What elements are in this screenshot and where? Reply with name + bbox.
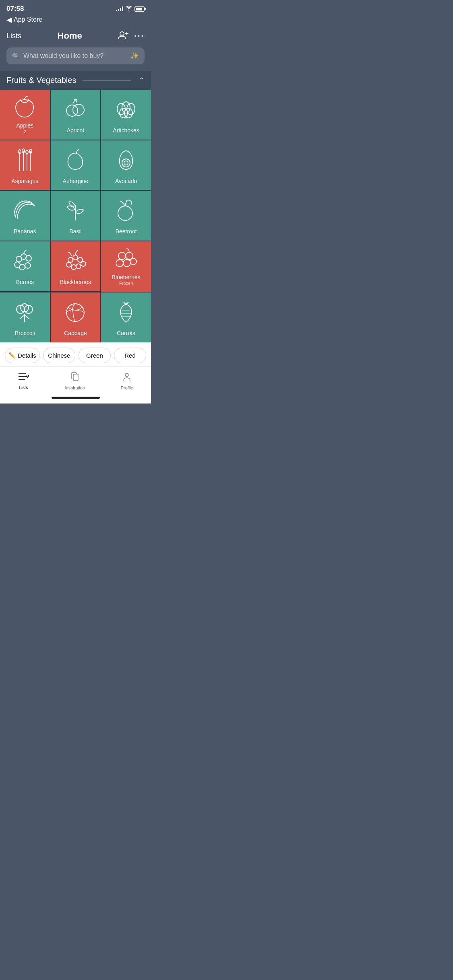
grid-item[interactable]: Aubergine — [51, 140, 101, 190]
svg-point-31 — [81, 261, 86, 266]
grid-item[interactable]: Beetroot — [101, 191, 151, 241]
nav-inspiration[interactable]: Inspiration — [57, 370, 93, 392]
item-label: Aubergine — [63, 178, 89, 185]
chinese-tag-button[interactable]: Chinese — [43, 348, 75, 363]
broccoli-icon — [3, 296, 47, 327]
inspiration-nav-label: Inspiration — [65, 385, 85, 390]
item-label: Carrots — [117, 330, 135, 337]
svg-line-38 — [20, 315, 25, 319]
search-bar[interactable]: 🔍 What would you like to buy? ✨ — [6, 47, 145, 64]
section-title: Fruits & Vegetables — [6, 76, 76, 85]
nav-profile[interactable]: Profile — [113, 370, 141, 392]
item-label: Bananas — [14, 228, 36, 235]
item-count: 2 — [24, 129, 26, 134]
aubergine-icon — [54, 144, 97, 175]
grid-item[interactable]: BlueberriesFrozen — [101, 241, 151, 292]
grid-item[interactable]: Blackberries — [51, 241, 101, 291]
status-bar: 07:58 — [0, 0, 151, 14]
apples-icon — [3, 94, 47, 120]
items-grid: Apples2 Apricot Artichokes Asparagus Aub… — [0, 90, 151, 342]
bottom-nav: Lists Inspiration Profile — [0, 366, 151, 393]
svg-point-43 — [66, 304, 84, 321]
basil-icon — [54, 195, 97, 226]
more-button[interactable]: ··· — [134, 31, 145, 41]
details-tag-button[interactable]: ✏️ Details — [5, 348, 40, 363]
nav-lists[interactable]: Lists — [10, 371, 37, 391]
grid-item[interactable]: Cabbage — [51, 292, 101, 342]
svg-point-2 — [73, 104, 84, 115]
item-label: Apricot — [67, 127, 85, 134]
status-icons — [116, 6, 145, 12]
item-label: Basil — [69, 228, 81, 235]
search-input[interactable]: What would you like to buy? — [23, 52, 127, 60]
back-chevron-icon: ◀ — [6, 15, 12, 24]
item-label: Blackberries — [60, 279, 91, 286]
berries-icon — [3, 245, 47, 276]
green-tag-button[interactable]: Green — [79, 348, 111, 363]
grid-item[interactable]: Broccoli — [0, 292, 50, 342]
svg-point-35 — [123, 259, 130, 267]
carrots-icon — [104, 296, 148, 327]
blueberries-icon — [104, 245, 148, 272]
lists-button[interactable]: Lists — [6, 32, 21, 40]
item-label: Apples — [16, 122, 33, 129]
item-sublabel: Frozen — [119, 281, 133, 286]
item-label: Asparagus — [11, 178, 38, 185]
svg-point-4 — [122, 102, 130, 113]
grid-item[interactable]: Apricot — [51, 90, 101, 140]
header-actions: ··· — [118, 31, 145, 41]
red-tag-button[interactable]: Red — [114, 348, 146, 363]
page-title: Home — [58, 31, 82, 41]
grid-item[interactable]: Basil — [51, 191, 101, 241]
app-header: Lists Home ··· — [0, 27, 151, 47]
grid-item[interactable]: Carrots — [101, 292, 151, 342]
svg-point-32 — [118, 252, 126, 259]
item-label: Beetroot — [116, 228, 137, 235]
item-label: Artichokes — [113, 127, 139, 134]
item-label: Cabbage — [64, 330, 87, 337]
signal-bars-icon — [116, 6, 123, 11]
grid-item[interactable]: Artichokes — [101, 90, 151, 140]
svg-point-27 — [78, 257, 83, 262]
home-indicator — [0, 393, 151, 404]
svg-point-28 — [66, 262, 71, 267]
item-label: Berries — [16, 279, 34, 286]
home-bar — [52, 397, 100, 399]
section-divider — [83, 80, 131, 80]
beetroot-icon — [104, 195, 148, 226]
svg-point-52 — [125, 373, 128, 377]
grid-item[interactable]: Avocado — [101, 140, 151, 190]
svg-point-26 — [73, 255, 78, 260]
profile-nav-label: Profile — [121, 385, 133, 390]
battery-icon — [134, 6, 145, 12]
bananas-icon — [3, 195, 47, 226]
svg-point-21 — [26, 255, 31, 261]
svg-point-17 — [124, 161, 128, 165]
item-label: Broccoli — [15, 330, 35, 337]
add-person-button[interactable] — [118, 31, 128, 41]
svg-point-36 — [130, 258, 137, 265]
profile-nav-icon — [122, 372, 132, 384]
wifi-icon — [126, 6, 132, 12]
grid-item[interactable]: Asparagus — [0, 140, 50, 190]
edit-icon: ✏️ — [8, 352, 15, 358]
lists-nav-label: Lists — [19, 385, 28, 390]
search-icon: 🔍 — [12, 52, 20, 60]
apricot-icon — [54, 94, 97, 125]
artichokes-icon — [104, 94, 148, 125]
asparagus-icon — [3, 144, 47, 175]
svg-point-24 — [25, 263, 31, 268]
back-bar[interactable]: ◀ App Store — [0, 14, 151, 27]
svg-point-25 — [68, 257, 73, 262]
item-label: Avocado — [115, 178, 137, 185]
svg-point-23 — [19, 264, 25, 270]
svg-point-18 — [118, 206, 132, 220]
cabbage-icon — [54, 296, 97, 327]
collapse-icon[interactable]: ⌃ — [139, 76, 145, 85]
grid-item[interactable]: Berries — [0, 241, 50, 291]
grid-item[interactable]: Bananas — [0, 191, 50, 241]
bottom-tags: ✏️ Details Chinese Green Red — [0, 342, 151, 366]
grid-item[interactable]: Apples2 — [0, 90, 50, 140]
section-header: Fruits & Vegetables ⌃ — [0, 71, 151, 90]
svg-point-30 — [76, 264, 81, 269]
